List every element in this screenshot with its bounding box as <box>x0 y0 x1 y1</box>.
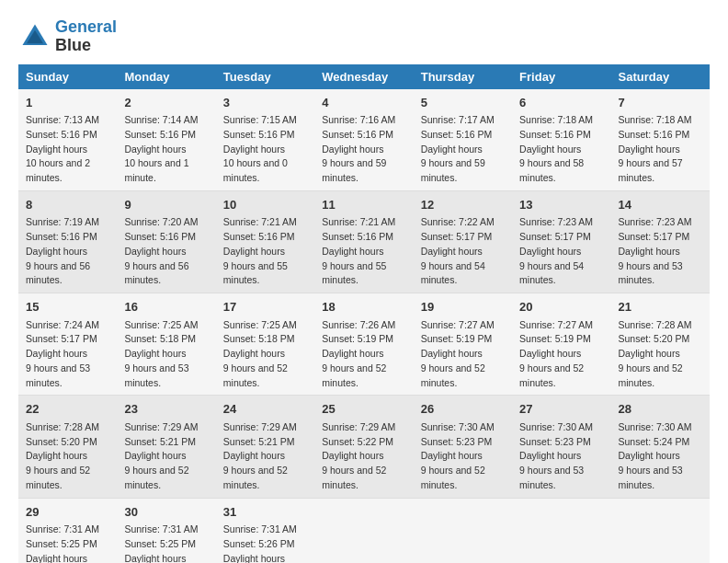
calendar-cell: 28Sunrise: 7:30 AMSunset: 5:24 PMDayligh… <box>611 396 710 498</box>
daylight-value: 9 hours and 55 minutes. <box>223 260 288 286</box>
calendar-cell: 14Sunrise: 7:23 AMSunset: 5:17 PMDayligh… <box>611 190 710 293</box>
sunset: Sunset: 5:16 PM <box>26 129 97 140</box>
sunset: Sunset: 5:20 PM <box>619 333 690 344</box>
sunset: Sunset: 5:22 PM <box>322 436 393 447</box>
sunset: Sunset: 5:19 PM <box>322 333 393 344</box>
daylight-value: 9 hours and 52 minutes. <box>421 362 485 388</box>
daylight-label: Daylight hours <box>124 553 186 563</box>
calendar-cell: 31Sunrise: 7:31 AMSunset: 5:26 PMDayligh… <box>216 498 314 563</box>
day-number: 18 <box>322 298 405 316</box>
daylight-label: Daylight hours <box>322 246 383 257</box>
day-number: 26 <box>421 400 505 419</box>
daylight-value: 9 hours and 52 minutes. <box>519 362 584 388</box>
calendar-cell: 5Sunrise: 7:17 AMSunset: 5:16 PMDaylight… <box>414 89 512 191</box>
calendar-cell <box>414 498 512 563</box>
daylight-label: Daylight hours <box>26 450 87 461</box>
calendar-week-row: 8Sunrise: 7:19 AMSunset: 5:16 PMDaylight… <box>18 190 710 293</box>
daylight-value: 9 hours and 53 minutes. <box>619 465 683 490</box>
daylight-value: 9 hours and 56 minutes. <box>124 260 188 286</box>
day-number: 22 <box>26 400 109 419</box>
calendar-cell: 16Sunrise: 7:25 AMSunset: 5:18 PMDayligh… <box>117 293 215 396</box>
day-number: 16 <box>124 298 208 316</box>
weekday-header: Sunday <box>18 64 117 89</box>
sunset: Sunset: 5:17 PM <box>519 231 591 242</box>
sunset: Sunset: 5:20 PM <box>26 436 97 447</box>
sunset: Sunset: 5:16 PM <box>322 129 393 140</box>
day-number: 21 <box>619 298 702 316</box>
weekday-header: Friday <box>512 64 610 89</box>
daylight-label: Daylight hours <box>322 144 383 155</box>
day-number: 17 <box>223 298 307 316</box>
calendar-cell: 29Sunrise: 7:31 AMSunset: 5:25 PMDayligh… <box>18 498 117 563</box>
sunrise: Sunrise: 7:28 AM <box>26 421 99 432</box>
day-number: 9 <box>124 196 208 214</box>
sunrise: Sunrise: 7:20 AM <box>124 216 198 227</box>
sunset: Sunset: 5:21 PM <box>124 436 196 447</box>
sunrise: Sunrise: 7:29 AM <box>322 421 395 432</box>
sunrise: Sunrise: 7:18 AM <box>619 114 692 125</box>
daylight-label: Daylight hours <box>223 348 285 359</box>
sunrise: Sunrise: 7:22 AM <box>421 216 495 227</box>
calendar-cell: 11Sunrise: 7:21 AMSunset: 5:16 PMDayligh… <box>314 190 413 293</box>
day-number: 15 <box>26 298 109 316</box>
sunset: Sunset: 5:16 PM <box>519 129 591 140</box>
day-number: 8 <box>26 196 109 214</box>
logo: GeneralBlue <box>18 18 117 55</box>
calendar-week-row: 29Sunrise: 7:31 AMSunset: 5:25 PMDayligh… <box>18 498 710 563</box>
sunrise: Sunrise: 7:30 AM <box>619 421 692 432</box>
calendar-header-row: SundayMondayTuesdayWednesdayThursdayFrid… <box>18 64 710 89</box>
daylight-value: 9 hours and 55 minutes. <box>322 260 386 286</box>
sunrise: Sunrise: 7:15 AM <box>223 114 297 125</box>
day-number: 1 <box>26 94 109 112</box>
daylight-label: Daylight hours <box>619 348 680 359</box>
calendar-cell: 6Sunrise: 7:18 AMSunset: 5:16 PMDaylight… <box>512 89 610 191</box>
daylight-label: Daylight hours <box>26 246 87 257</box>
sunrise: Sunrise: 7:29 AM <box>124 421 198 432</box>
calendar-cell: 19Sunrise: 7:27 AMSunset: 5:19 PMDayligh… <box>414 293 512 396</box>
calendar-cell: 9Sunrise: 7:20 AMSunset: 5:16 PMDaylight… <box>117 190 215 293</box>
calendar-week-row: 15Sunrise: 7:24 AMSunset: 5:17 PMDayligh… <box>18 293 710 396</box>
daylight-label: Daylight hours <box>421 144 483 155</box>
daylight-value: 9 hours and 52 minutes. <box>322 465 386 490</box>
daylight-value: 9 hours and 53 minutes. <box>619 260 683 286</box>
sunrise: Sunrise: 7:26 AM <box>322 319 395 330</box>
daylight-label: Daylight hours <box>124 450 186 461</box>
weekday-header: Saturday <box>611 64 710 89</box>
sunset: Sunset: 5:23 PM <box>421 436 493 447</box>
sunset: Sunset: 5:24 PM <box>619 436 690 447</box>
daylight-label: Daylight hours <box>26 553 87 563</box>
sunrise: Sunrise: 7:31 AM <box>124 523 198 534</box>
calendar-cell: 12Sunrise: 7:22 AMSunset: 5:17 PMDayligh… <box>414 190 512 293</box>
daylight-label: Daylight hours <box>26 144 87 155</box>
daylight-label: Daylight hours <box>223 144 285 155</box>
daylight-label: Daylight hours <box>519 348 581 359</box>
day-number: 30 <box>124 503 208 522</box>
day-number: 5 <box>421 94 505 112</box>
daylight-label: Daylight hours <box>619 144 680 155</box>
sunrise: Sunrise: 7:29 AM <box>223 421 297 432</box>
day-number: 29 <box>26 503 109 522</box>
sunrise: Sunrise: 7:30 AM <box>519 421 593 432</box>
daylight-value: 9 hours and 59 minutes. <box>421 157 485 183</box>
daylight-label: Daylight hours <box>223 246 285 257</box>
logo-text: GeneralBlue <box>55 18 117 55</box>
calendar-cell: 24Sunrise: 7:29 AMSunset: 5:21 PMDayligh… <box>216 396 314 498</box>
calendar-cell: 23Sunrise: 7:29 AMSunset: 5:21 PMDayligh… <box>117 396 215 498</box>
sunrise: Sunrise: 7:18 AM <box>519 114 593 125</box>
logo-icon <box>18 20 51 53</box>
day-number: 31 <box>223 503 307 522</box>
daylight-value: 10 hours and 0 minutes. <box>223 157 288 183</box>
calendar-cell: 22Sunrise: 7:28 AMSunset: 5:20 PMDayligh… <box>18 396 117 498</box>
sunset: Sunset: 5:23 PM <box>519 436 591 447</box>
daylight-value: 9 hours and 52 minutes. <box>223 362 288 388</box>
daylight-value: 10 hours and 1 minute. <box>124 157 188 183</box>
sunrise: Sunrise: 7:30 AM <box>421 421 495 432</box>
daylight-label: Daylight hours <box>223 553 285 563</box>
sunrise: Sunrise: 7:31 AM <box>26 523 99 534</box>
day-number: 7 <box>619 94 702 112</box>
calendar-cell: 26Sunrise: 7:30 AMSunset: 5:23 PMDayligh… <box>414 396 512 498</box>
sunset: Sunset: 5:17 PM <box>421 231 493 242</box>
calendar-cell <box>512 498 610 563</box>
day-number: 12 <box>421 196 505 214</box>
weekday-header: Thursday <box>414 64 512 89</box>
